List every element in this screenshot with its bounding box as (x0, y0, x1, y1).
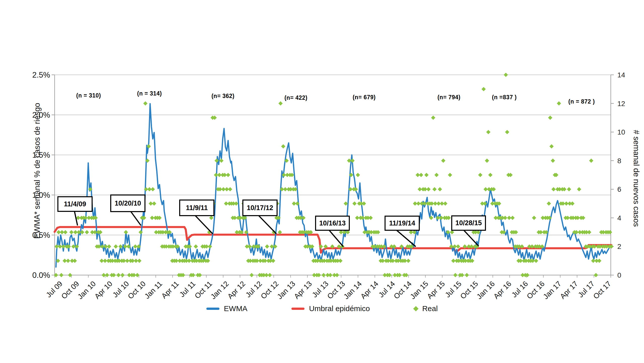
real-data-point (209, 216, 213, 220)
threshold-date-callout: 10/16/13 (315, 216, 350, 231)
x-axis-tick-label: Oct 09 (60, 280, 81, 301)
ewma-line-swatch-icon (206, 308, 219, 310)
real-data-point (321, 273, 326, 277)
real-data-point (438, 187, 442, 191)
real-data-point (485, 158, 489, 163)
real-data-point (59, 273, 63, 277)
real-data-point (85, 230, 89, 234)
real-data-point (281, 144, 285, 148)
right-axis-tick-label: 2 (617, 243, 621, 250)
left-axis-tick-label: 0.0% (32, 271, 50, 280)
real-data-point (105, 273, 109, 277)
real-data-point (120, 273, 125, 277)
real-data-point (194, 244, 198, 249)
x-axis-tick-label: Apr 13 (292, 280, 313, 301)
real-data-point (587, 230, 591, 234)
legend-item-umbral: Umbral epidémico (291, 304, 370, 313)
callout-leader-line (259, 216, 276, 234)
real-data-point (549, 144, 554, 148)
real-data-point (488, 173, 493, 177)
right-axis-tick-label: 10 (617, 128, 625, 136)
sample-size-annotation: (n= 794) (437, 94, 461, 101)
real-data-point (589, 158, 593, 163)
real-data-point (338, 259, 343, 263)
x-axis-tick-label: Oct 16 (525, 280, 546, 301)
real-data-point (465, 273, 469, 277)
real-data-point (335, 273, 339, 277)
x-axis-tick-label: Apr 17 (558, 280, 579, 301)
real-data-point (431, 116, 435, 120)
sample-size-annotation: (n =837 ) (492, 94, 517, 101)
legend-label-real: Real (422, 304, 438, 313)
threshold-date-callout: 10/17/12 (242, 200, 278, 216)
x-axis-tick-label: Apr 12 (226, 280, 247, 301)
real-data-point (577, 187, 581, 191)
x-axis-tick-label: Apr 14 (359, 280, 380, 301)
real-data-point (534, 259, 538, 263)
real-data-point (143, 101, 147, 106)
right-axis-tick-label: 0 (617, 271, 621, 279)
legend-label-ewma: EWMA (224, 304, 247, 313)
legend-item-ewma: EWMA (206, 304, 247, 313)
real-data-point (478, 173, 482, 177)
threshold-date-callout: 11/9/11 (179, 200, 214, 216)
real-data-point (510, 216, 515, 220)
real-data-point (443, 202, 447, 206)
x-axis-tick-label: Oct 13 (326, 280, 347, 301)
real-diamond-swatch-icon (413, 306, 419, 311)
real-data-point (226, 173, 230, 177)
real-data-point (249, 273, 254, 277)
right-axis-tick-label: 6 (617, 185, 621, 193)
real-data-point (548, 116, 552, 120)
real-data-point (356, 173, 360, 177)
real-data-point (247, 244, 252, 249)
real-data-point (234, 202, 238, 206)
x-axis-tick-label: Jan 12 (209, 280, 230, 301)
real-data-point (152, 202, 156, 206)
x-axis-tick-label: Jan 17 (542, 280, 563, 301)
real-data-point (208, 244, 212, 249)
threshold-date-callout: 11/19/14 (385, 216, 420, 231)
real-data-point (66, 259, 70, 263)
real-data-point (504, 73, 508, 77)
sample-size-annotation: (n = 872 ) (568, 98, 595, 105)
sample-size-annotation: (n= 679) (353, 94, 376, 101)
real-data-point (419, 173, 423, 177)
real-data-point (551, 158, 555, 163)
real-data-point (139, 230, 143, 234)
real-data-point (551, 187, 556, 191)
ewma-surveillance-chart: 0.0%0.5%1.0%1.5%2.0%2.5%02468101214Jul 0… (0, 0, 644, 363)
x-axis-tick-label: Jan 11 (143, 280, 164, 301)
x-axis-tick-label: Oct 10 (126, 280, 147, 301)
x-axis-tick-label: Oct 12 (259, 280, 280, 301)
real-data-point (116, 273, 121, 277)
real-data-point (406, 259, 410, 263)
real-data-point (219, 158, 223, 163)
sample-size-annotation: (n = 314) (137, 90, 162, 97)
real-data-point (481, 87, 486, 91)
real-data-point (532, 216, 536, 220)
legend-item-real: Real (414, 304, 438, 313)
x-axis-tick-label: Oct 17 (592, 280, 613, 301)
real-data-point (228, 187, 232, 191)
x-axis-tick-label: Jan 16 (475, 280, 496, 301)
x-axis-tick-label: Apr 10 (93, 280, 114, 301)
right-axis-title: # semanal de nuevos casos (632, 108, 641, 249)
x-axis-tick-label: Apr 15 (426, 280, 446, 301)
real-data-point (362, 202, 366, 206)
real-data-point (503, 216, 507, 220)
real-data-point (547, 202, 551, 206)
sample-size-annotation: (n = 310) (76, 92, 101, 99)
sample-size-annotation: (n= 362) (211, 93, 235, 100)
right-axis-tick-label: 4 (617, 214, 621, 222)
left-axis-title: EWMA* semanal % de casos de riesgo (33, 100, 42, 241)
real-data-point (434, 173, 439, 177)
right-axis-tick-label: 12 (617, 100, 625, 108)
real-data-point (137, 259, 141, 263)
real-data-point (268, 273, 272, 277)
real-data-point (69, 230, 73, 234)
real-data-point (597, 259, 601, 263)
real-data-point (486, 130, 490, 134)
x-axis-tick-label: Oct 15 (459, 280, 480, 301)
real-data-point (352, 202, 357, 206)
